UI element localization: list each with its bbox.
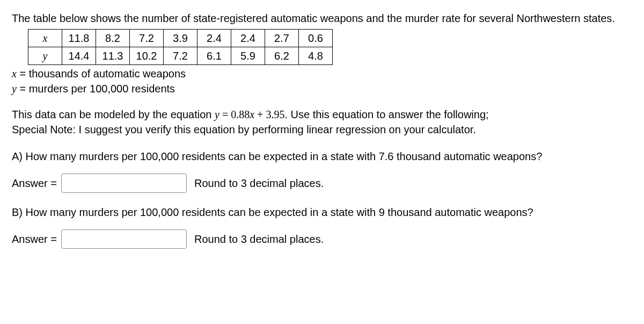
question-b: B) How many murders per 100,000 resident… [12, 205, 632, 220]
cell: 6.1 [197, 47, 231, 65]
cell: 5.9 [231, 47, 265, 65]
cell: 11.3 [96, 47, 130, 65]
y-def: = murders per 100,000 residents [17, 83, 175, 95]
table-row: y 14.4 11.3 10.2 7.2 6.1 5.9 6.2 4.8 [28, 47, 333, 65]
eq-eq: = [219, 109, 231, 120]
cell: 4.8 [299, 47, 333, 65]
answer-b-label: Answer = [12, 232, 57, 247]
answer-b-hint: Round to 3 decimal places. [194, 232, 324, 247]
eq-x: x [250, 109, 254, 120]
cell: 0.6 [299, 30, 333, 47]
answer-b-input[interactable] [61, 229, 187, 249]
x-var: x [12, 68, 17, 80]
cell: 7.2 [130, 30, 164, 47]
cell: 8.2 [96, 30, 130, 47]
model-note: Special Note: I suggest you verify this … [12, 124, 476, 135]
y-var: y [12, 83, 17, 95]
model-suffix: Use this equation to answer the followin… [291, 109, 489, 120]
eq-lhs: y [215, 109, 219, 120]
cell: 2.7 [265, 30, 299, 47]
cell: 7.2 [164, 47, 197, 65]
cell: 3.9 [164, 30, 197, 47]
table-row: x 11.8 8.2 7.2 3.9 2.4 2.4 2.7 0.6 [28, 30, 333, 47]
answer-a-label: Answer = [12, 176, 57, 191]
answer-a-hint: Round to 3 decimal places. [194, 176, 324, 191]
question-a: A) How many murders per 100,000 resident… [12, 149, 632, 164]
row-x-label: x [28, 30, 62, 47]
answer-a-row: Answer = Round to 3 decimal places. [12, 174, 632, 193]
answer-b-row: Answer = Round to 3 decimal places. [12, 229, 632, 249]
eq-period: . [284, 109, 290, 120]
cell: 6.2 [265, 47, 299, 65]
row-y-label: y [28, 47, 62, 65]
model-prefix: This data can be modeled by the equation [12, 109, 215, 120]
cell: 10.2 [130, 47, 164, 65]
cell: 2.4 [197, 30, 231, 47]
intro-text: The table below shows the number of stat… [12, 11, 632, 26]
variable-definitions: x = thousands of automatic weapons y = m… [12, 66, 632, 96]
x-def: = thousands of automatic weapons [17, 68, 186, 80]
cell: 2.4 [231, 30, 265, 47]
cell: 11.8 [62, 30, 96, 47]
cell: 14.4 [62, 47, 96, 65]
answer-a-input[interactable] [61, 174, 187, 193]
eq-a: 0.88 [231, 109, 250, 120]
data-table: x 11.8 8.2 7.2 3.9 2.4 2.4 2.7 0.6 y 14.… [28, 29, 333, 65]
eq-b: + 3.95 [254, 109, 284, 120]
model-paragraph: This data can be modeled by the equation… [12, 107, 632, 137]
